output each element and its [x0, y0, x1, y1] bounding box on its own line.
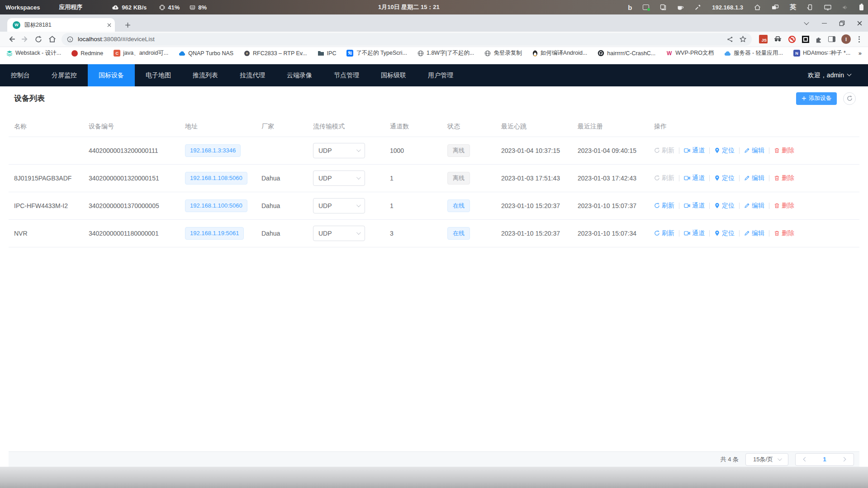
bookmark-wvp-doc[interactable]: W WVP-PRO文档: [666, 49, 714, 57]
home-button[interactable]: [45, 33, 59, 46]
bookmark-java-android[interactable]: C java、android可...: [114, 49, 168, 57]
clipboard-tray-icon[interactable]: [660, 4, 666, 10]
browser-tab[interactable]: W 国标28181: [7, 18, 115, 32]
edit-action[interactable]: 编辑: [744, 229, 764, 237]
tab-close-icon[interactable]: [107, 23, 111, 27]
volume-muted-icon[interactable]: [842, 5, 849, 10]
coffee-tray-icon[interactable]: [677, 5, 684, 10]
window-close-button[interactable]: [854, 17, 865, 29]
stream-mode-select[interactable]: UDP: [313, 143, 365, 158]
share-icon[interactable]: [727, 36, 733, 43]
nav-item-node-manage[interactable]: 节点管理: [323, 64, 370, 86]
display-tray-icon[interactable]: [824, 5, 831, 10]
bookmark-redmine[interactable]: Redmine: [71, 50, 103, 57]
locate-action[interactable]: 定位: [714, 147, 735, 155]
delete-action[interactable]: 删除: [774, 202, 794, 210]
bookmark-hdatmos[interactable]: N HDAtmos∷种子 *...: [793, 49, 850, 57]
refresh-action[interactable]: 刷新: [654, 229, 674, 237]
new-tab-button[interactable]: [121, 19, 134, 31]
refresh-action[interactable]: 刷新: [654, 147, 674, 155]
tool-tray-icon[interactable]: [695, 4, 701, 10]
applications-menu[interactable]: 应用程序: [59, 3, 82, 11]
profile-avatar[interactable]: I: [841, 34, 851, 44]
stream-mode-select[interactable]: UDP: [313, 171, 365, 186]
bookmark-webstack[interactable]: Webstack - 设计...: [6, 49, 61, 57]
channel-action[interactable]: 通道: [684, 229, 705, 237]
next-page-icon[interactable]: [842, 457, 846, 462]
nav-item-map[interactable]: 电子地图: [135, 64, 182, 86]
delete-action[interactable]: 删除: [774, 174, 794, 182]
bing-tray-icon[interactable]: b: [628, 4, 632, 11]
stream-mode-select[interactable]: UDP: [313, 198, 365, 213]
screenshot-extension-icon[interactable]: [802, 36, 809, 43]
channel-count: 1000: [384, 137, 442, 164]
nav-item-pull-proxy[interactable]: 拉流代理: [229, 64, 276, 86]
channel-action[interactable]: 通道: [684, 202, 705, 210]
delete-action[interactable]: 删除: [774, 147, 794, 155]
bookmark-18w[interactable]: 1.8W字|了不起的...: [417, 49, 474, 57]
locate-action[interactable]: 定位: [714, 174, 735, 182]
bookmarks-overflow-chevron[interactable]: »: [859, 50, 862, 57]
workspaces-tray-icon[interactable]: [772, 4, 779, 10]
bookmark-copy-free[interactable]: 免登录复制: [484, 49, 522, 57]
nav-item-console[interactable]: 控制台: [0, 64, 41, 86]
back-button[interactable]: [5, 33, 18, 46]
nav-item-split-monitor[interactable]: 分屏监控: [41, 64, 88, 86]
browser-menu-icon[interactable]: [857, 36, 862, 43]
window-restore-button[interactable]: [836, 17, 848, 29]
delete-action[interactable]: 删除: [774, 229, 794, 237]
nav-item-gb-cascade[interactable]: 国标级联: [370, 64, 417, 86]
edit-action[interactable]: 编辑: [744, 147, 764, 155]
bookmark-github[interactable]: hairrrrr/C-CrashC...: [598, 50, 655, 57]
home-tray-icon[interactable]: [754, 4, 761, 10]
refresh-action[interactable]: 刷新: [654, 174, 674, 182]
add-device-button[interactable]: 添加设备: [796, 92, 837, 105]
channel-action[interactable]: 通道: [684, 147, 705, 155]
clock[interactable]: 1月10日 星期二 15：21: [378, 0, 440, 14]
nav-item-cloud-record[interactable]: 云端录像: [276, 64, 323, 86]
bookmark-qnap[interactable]: QNAP Turbo NAS: [179, 50, 233, 57]
status-badge: 离线: [447, 144, 470, 157]
prev-page-icon[interactable]: [803, 457, 807, 462]
edit-action[interactable]: 编辑: [744, 174, 764, 182]
site-info-icon[interactable]: [67, 36, 73, 43]
channel-action[interactable]: 通道: [684, 174, 705, 182]
refresh-list-button[interactable]: [843, 92, 856, 105]
incognito-extension-icon[interactable]: [773, 36, 782, 43]
edit-action[interactable]: 编辑: [744, 202, 764, 210]
current-page[interactable]: 1: [823, 456, 826, 463]
adblock-extension-icon[interactable]: [788, 35, 796, 43]
user-menu[interactable]: 欢迎，admin: [808, 71, 851, 80]
bookmark-ipc-folder[interactable]: IPC: [318, 50, 337, 57]
locate-action[interactable]: 定位: [714, 229, 735, 237]
bookmark-rfc2833[interactable]: RFC2833 – RTP Ev...: [244, 50, 307, 57]
nav-item-gb-devices[interactable]: 国标设备: [88, 64, 135, 86]
device-name: 8J01915PAGB3ADF: [9, 164, 83, 192]
forward-button[interactable]: [18, 33, 32, 46]
refresh-action[interactable]: 刷新: [654, 202, 674, 210]
bookmark-typescript[interactable]: 知 了不起的 TypeScri...: [346, 49, 407, 57]
tab-search-chevron-icon[interactable]: [801, 17, 812, 29]
ip-address-indicator[interactable]: 192.168.1.3: [712, 4, 743, 11]
stream-mode-select[interactable]: UDP: [313, 226, 365, 241]
bookmark-star-icon[interactable]: [740, 36, 746, 43]
workspaces-menu[interactable]: Workspaces: [5, 4, 40, 11]
bookmark-android-build[interactable]: 如何编译Android...: [532, 49, 588, 57]
status-badge: 离线: [447, 172, 470, 185]
locate-action[interactable]: 定位: [714, 202, 735, 210]
bookmark-server[interactable]: 服务器 - 轻量应用...: [724, 49, 783, 57]
address-bar[interactable]: localhost:38080/#/deviceList: [62, 33, 752, 46]
device-id: 34020000001370000005: [83, 192, 180, 219]
reload-button[interactable]: [32, 33, 45, 46]
page-size-select[interactable]: 15条/页: [745, 453, 788, 466]
screen-rotate-icon[interactable]: [807, 4, 813, 10]
side-panel-icon[interactable]: [828, 36, 835, 42]
battery-icon[interactable]: [859, 5, 863, 10]
screenshot-tray-icon[interactable]: [643, 5, 649, 10]
input-method-indicator[interactable]: 英: [790, 3, 796, 11]
nav-item-user-manage[interactable]: 用户管理: [417, 64, 464, 86]
window-minimize-button[interactable]: [818, 17, 830, 29]
js-extension-icon[interactable]: JS: [759, 35, 768, 43]
extensions-puzzle-icon[interactable]: [815, 36, 822, 43]
nav-item-push-list[interactable]: 推流列表: [182, 64, 229, 86]
